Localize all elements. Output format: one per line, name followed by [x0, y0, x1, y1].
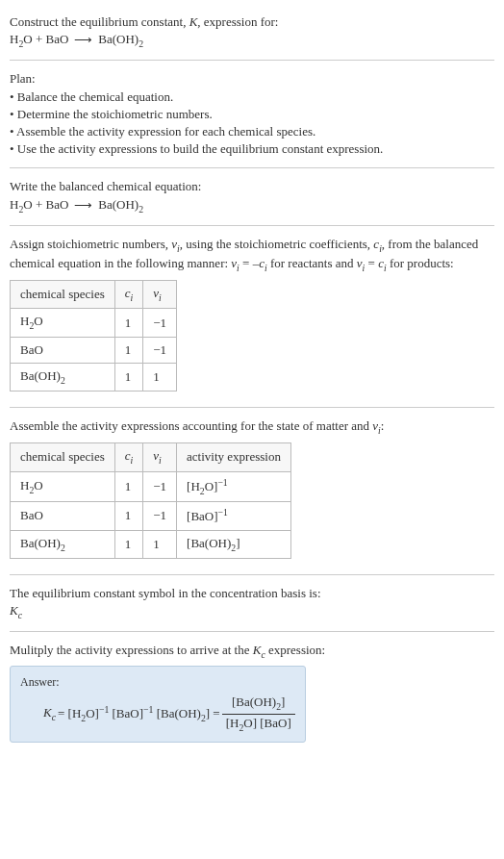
species-part: Ba(OH) — [20, 368, 61, 383]
numerator: [Ba(OH)2] — [222, 694, 295, 714]
text: = — [365, 256, 378, 270]
eq-rhs: Ba(OH)2 — [98, 196, 143, 215]
cell-nui: −1 — [143, 309, 177, 337]
species-part: O — [34, 478, 42, 493]
text: [BaO] — [109, 706, 143, 720]
text: [Ba(OH) — [232, 695, 276, 709]
subscript: i — [131, 455, 134, 466]
cell-nui: 1 — [143, 363, 177, 391]
species-part: Ba(OH) — [98, 32, 139, 46]
prompt-text: Construct the equilibrium constant, — [10, 14, 189, 29]
text: ] = — [206, 706, 220, 720]
col-ci: ci — [114, 443, 143, 471]
text: : — [381, 418, 385, 433]
answer-box: Answer: Kc = [H2O]−1 [BaO]−1 [Ba(OH)2] =… — [10, 666, 306, 743]
cell-ci: 1 — [114, 363, 143, 391]
species-part: BaO — [20, 508, 43, 522]
text: = [H — [58, 706, 81, 720]
answer-expression: Kc = [H2O]−1 [BaO]−1 [Ba(OH)2] = [Ba(OH)… — [43, 694, 295, 733]
divider — [10, 167, 494, 168]
cell-species: H2O — [11, 309, 115, 337]
act-part: [BaO] — [187, 510, 218, 524]
divider — [10, 631, 494, 632]
superscript: −1 — [99, 704, 109, 715]
superscript: −1 — [217, 477, 227, 488]
species-part: O + BaO — [23, 197, 68, 212]
subscript: 2 — [61, 375, 65, 386]
table-header-row: chemical species ci νi — [11, 281, 177, 309]
reaction-arrow: ⟶ — [70, 197, 96, 215]
act-part: [H — [187, 479, 200, 493]
col-nui: νi — [143, 443, 177, 471]
cell-species: BaO — [11, 502, 115, 531]
equation: H2O + BaO ⟶ Ba(OH)2 — [10, 31, 494, 50]
text: [H — [226, 716, 239, 730]
act-part: O] — [205, 479, 218, 493]
plan-title: Plan: — [10, 70, 494, 88]
text: Mulitply the activity expressions to arr… — [10, 643, 253, 657]
cell-ci: 1 — [114, 337, 143, 363]
subscript: i — [159, 455, 162, 466]
plan-item: Assemble the activity expression for eac… — [10, 123, 494, 140]
kc-symbol: Kc — [10, 602, 494, 621]
cell-species: Ba(OH)2 — [11, 530, 115, 558]
cell-species: H2O — [11, 471, 115, 502]
multiply-section: Mulitply the activity expressions to arr… — [10, 636, 494, 748]
table-row: H2O 1 −1 [H2O]−1 — [11, 471, 291, 502]
table-row: BaO 1 −1 — [11, 337, 177, 363]
cell-activity: [Ba(OH)2] — [177, 530, 291, 558]
stoich-table: chemical species ci νi H2O 1 −1 BaO 1 −1… — [10, 280, 177, 392]
activity-table: chemical species ci νi activity expressi… — [10, 442, 291, 559]
text: O] [BaO] — [243, 716, 290, 730]
plan-item: Determine the stoichiometric numbers. — [10, 106, 494, 123]
divider — [10, 407, 494, 408]
plan-section: Plan: Balance the chemical equation. Det… — [10, 64, 494, 164]
species-part: BaO — [20, 342, 43, 357]
divider — [10, 60, 494, 61]
expr-part: = [H2O]−1 [BaO]−1 [Ba(OH)2] = — [58, 703, 220, 725]
subscript: c — [18, 610, 22, 620]
cell-ci: 1 — [114, 309, 143, 337]
table-row: Ba(OH)2 1 1 [Ba(OH)2] — [11, 530, 291, 558]
species-part: H — [20, 478, 29, 493]
divider — [10, 574, 494, 575]
col-species: chemical species — [11, 281, 115, 309]
subscript: 2 — [61, 542, 65, 552]
eq-rhs: Ba(OH)2 — [98, 31, 143, 50]
species-part: O — [34, 314, 42, 328]
species-part: O + BaO — [23, 32, 68, 46]
balanced-section: Write the balanced chemical equation: H2… — [10, 172, 494, 220]
col-species: chemical species — [11, 443, 115, 471]
plan-item: Balance the chemical equation. — [10, 88, 494, 106]
multiply-text: Mulitply the activity expressions to arr… — [10, 642, 494, 661]
text: Assign stoichiometric numbers, — [10, 237, 171, 251]
text: ] — [281, 695, 285, 709]
subscript: 2 — [139, 203, 143, 214]
superscript: −1 — [143, 704, 153, 715]
divider — [10, 225, 494, 226]
prompt-text-2: , expression for: — [197, 14, 278, 29]
table-row: BaO 1 −1 [BaO]−1 — [11, 502, 291, 531]
balanced-title: Write the balanced chemical equation: — [10, 178, 494, 195]
cell-nui: 1 — [143, 530, 177, 558]
text: [Ba(OH) — [153, 706, 200, 720]
answer-label: Answer: — [20, 674, 295, 691]
cell-ci: 1 — [114, 530, 143, 558]
activity-section: Assemble the activity expressions accoun… — [10, 412, 494, 570]
text: , using the stoichiometric coefficients, — [180, 237, 374, 251]
kc-intro-section: The equilibrium constant symbol in the c… — [10, 579, 494, 627]
species-part: H — [10, 197, 18, 212]
col-nui: νi — [143, 281, 177, 309]
activity-intro: Assemble the activity expressions accoun… — [10, 417, 494, 437]
species-part: H — [10, 32, 18, 46]
balanced-equation: H2O + BaO ⟶ Ba(OH)2 — [10, 196, 494, 215]
table-header-row: chemical species ci νi activity expressi… — [11, 443, 291, 471]
species-part: H — [20, 314, 29, 328]
cell-species: Ba(OH)2 — [11, 363, 115, 391]
col-activity: activity expression — [177, 443, 291, 471]
eq-lhs: H2O + BaO — [10, 31, 68, 50]
cell-ci: 1 — [114, 502, 143, 531]
text: expression: — [265, 643, 325, 657]
superscript: −1 — [218, 507, 228, 518]
act-part: ] — [236, 536, 239, 550]
